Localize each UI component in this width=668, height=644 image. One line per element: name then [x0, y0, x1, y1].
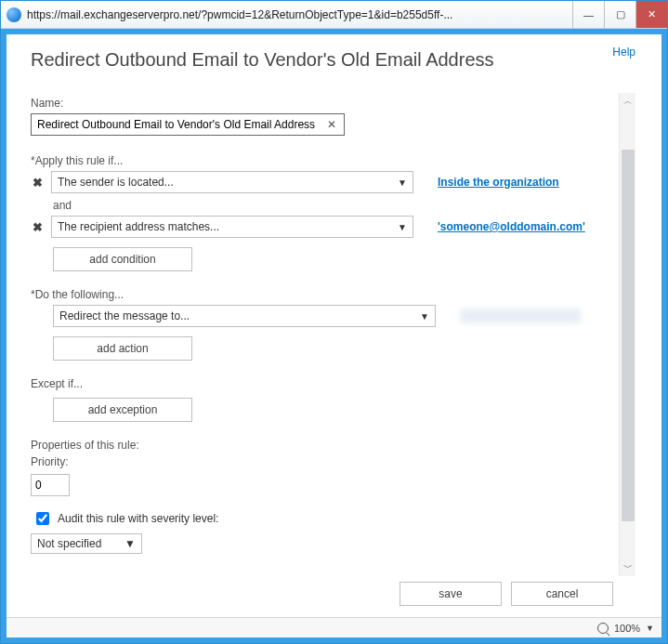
action-select[interactable]: Redirect the message to... ▼ [53, 305, 436, 327]
close-button[interactable]: ✕ [635, 1, 667, 28]
action-value-redacted [460, 309, 581, 323]
window-buttons: — ▢ ✕ [572, 1, 667, 28]
action-row: Redirect the message to... ▼ [53, 305, 615, 327]
priority-label: Priority: [31, 455, 615, 468]
condition-value-link[interactable]: 'someone@olddomain.com' [438, 220, 585, 233]
help-link[interactable]: Help [612, 46, 635, 59]
zoom-chevron-icon[interactable]: ▼ [646, 624, 654, 633]
chevron-down-icon: ▼ [398, 222, 407, 232]
remove-condition-icon[interactable]: ✖ [31, 220, 44, 234]
name-label: Name: [31, 97, 615, 110]
zoom-icon[interactable] [597, 623, 609, 634]
chevron-down-icon: ▼ [398, 177, 407, 188]
condition-row: ✖ The sender is located... ▼ Inside the … [31, 171, 615, 193]
add-action-button[interactable]: add action [53, 336, 192, 361]
scroll-down-icon[interactable]: ﹀ [623, 561, 633, 574]
condition-text: The recipient address matches... [58, 220, 219, 233]
content-frame: Help Redirect Outbound Email to Vendor's… [1, 29, 667, 643]
actions-label: *Do the following... [31, 288, 615, 301]
properties-label: Properties of this rule: [31, 439, 615, 452]
ie-icon [7, 7, 21, 22]
severity-value: Not specified [37, 537, 101, 550]
remove-condition-icon[interactable]: ✖ [31, 176, 44, 190]
and-label: and [53, 199, 615, 212]
clear-name-icon[interactable]: ✕ [323, 118, 340, 131]
exceptions-label: Except if... [31, 377, 615, 390]
chevron-down-icon: ▼ [124, 537, 136, 550]
audit-label: Audit this rule with severity level: [58, 512, 218, 525]
zoom-level[interactable]: 100% [614, 623, 640, 634]
audit-checkbox[interactable] [36, 512, 49, 525]
titlebar: https://mail.exchangeserverpro.net/?pwmc… [1, 1, 667, 29]
condition-value-link[interactable]: Inside the organization [438, 176, 559, 189]
condition-select[interactable]: The recipient address matches... ▼ [51, 216, 413, 238]
conditions-label: *Apply this rule if... [31, 154, 615, 167]
chevron-down-icon: ▼ [420, 311, 429, 322]
scroll-up-icon[interactable]: ︿ [623, 95, 633, 108]
address-bar-url[interactable]: https://mail.exchangeserverpro.net/?pwmc… [27, 8, 572, 21]
save-button[interactable]: save [399, 582, 502, 606]
severity-select[interactable]: Not specified ▼ [31, 533, 142, 554]
footer-buttons: save cancel [31, 576, 637, 613]
rule-name-input[interactable] [35, 117, 323, 132]
scroll-region: Name: ✕ *Apply this rule if... ✖ The sen… [31, 93, 637, 576]
minimize-button[interactable]: — [572, 1, 604, 28]
statusbar: 100% ▼ [7, 617, 661, 637]
vertical-scrollbar[interactable]: ︿ ﹀ [619, 93, 635, 576]
maximize-button[interactable]: ▢ [604, 1, 635, 28]
cancel-button[interactable]: cancel [511, 582, 613, 606]
action-text: Redirect the message to... [59, 309, 190, 322]
name-input-wrap[interactable]: ✕ [31, 113, 345, 136]
condition-row: ✖ The recipient address matches... ▼ 'so… [31, 216, 615, 238]
add-exception-button[interactable]: add exception [53, 398, 192, 422]
audit-checkbox-row[interactable]: Audit this rule with severity level: [33, 509, 615, 528]
page-title: Redirect Outbound Email to Vendor's Old … [31, 49, 637, 71]
condition-text: The sender is located... [58, 176, 174, 189]
priority-input[interactable] [31, 474, 70, 496]
add-condition-button[interactable]: add condition [53, 247, 192, 271]
browser-window: https://mail.exchangeserverpro.net/?pwmc… [0, 0, 668, 644]
condition-select[interactable]: The sender is located... ▼ [51, 171, 413, 193]
dialog-body: Help Redirect Outbound Email to Vendor's… [7, 34, 661, 617]
scrollbar-thumb[interactable] [622, 150, 635, 521]
